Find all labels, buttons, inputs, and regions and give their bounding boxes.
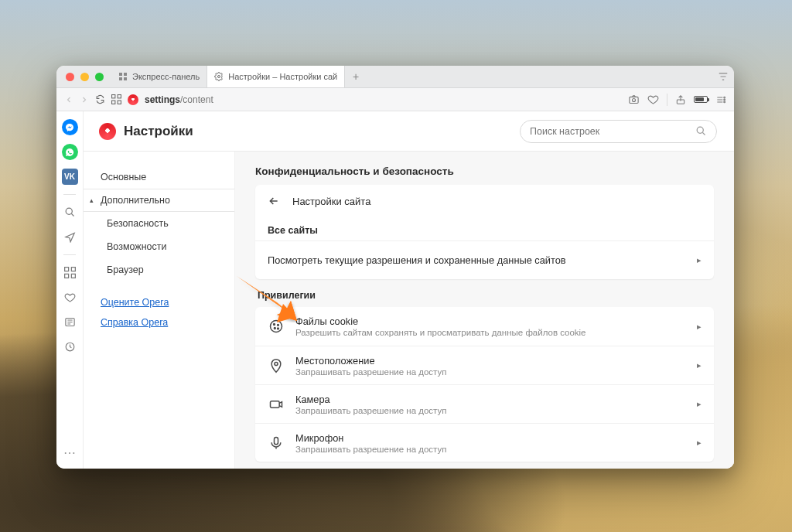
close-window-button[interactable] (66, 73, 74, 81)
settings-nav: Основные Дополнительно Безопасность Возм… (84, 152, 235, 469)
minimize-window-button[interactable] (80, 73, 89, 81)
nav-rate-opera[interactable]: Оцените Opera (84, 292, 234, 312)
svg-point-22 (697, 127, 703, 133)
tab-speed-dial[interactable]: Экспресс-панель (111, 66, 207, 87)
svg-rect-6 (118, 95, 121, 98)
svg-rect-9 (630, 97, 638, 103)
url-field[interactable]: settings/content (145, 94, 622, 105)
tab-settings[interactable]: Настройки – Настройки сай (207, 66, 345, 87)
rail-separator (63, 254, 76, 255)
row-camera-sub: Запрашивать разрешение на доступ (295, 406, 686, 415)
gear-icon (214, 72, 224, 81)
row-mic-sub: Запрашивать разрешение на доступ (295, 445, 686, 454)
share-icon[interactable] (675, 94, 686, 105)
settings-search[interactable] (520, 120, 717, 143)
callout-arrow-icon (232, 268, 299, 322)
privileges-label: Привилегии (258, 290, 714, 301)
svg-point-15 (66, 208, 72, 214)
new-tab-button[interactable]: + (345, 70, 367, 83)
whatsapp-icon[interactable] (62, 144, 78, 160)
bookmarks-rail-icon[interactable] (62, 289, 78, 305)
vk-icon[interactable]: VK (62, 169, 78, 185)
svg-rect-0 (119, 73, 122, 76)
svg-rect-17 (71, 268, 75, 271)
maximize-window-button[interactable] (95, 73, 104, 81)
site-settings-header[interactable]: Настройки сайта (255, 185, 714, 217)
tab-label: Экспресс-панель (132, 72, 200, 81)
rail-more-icon[interactable]: ⋯ (62, 445, 78, 461)
nav-help-opera[interactable]: Справка Opera (84, 312, 234, 332)
row-microphone[interactable]: Микрофон Запрашивать разрешение на досту… (255, 423, 714, 462)
privileges-card: Файлы cookie Разрешить сайтам сохранять … (255, 307, 714, 462)
search-rail-icon[interactable] (62, 204, 78, 220)
nav-basics[interactable]: Основные (84, 165, 234, 189)
svg-point-4 (218, 76, 220, 78)
back-button[interactable] (64, 95, 73, 104)
svg-rect-8 (118, 101, 121, 104)
site-settings-label: Настройки сайта (292, 196, 370, 207)
speed-dial-button[interactable] (111, 94, 121, 104)
svg-point-25 (278, 324, 279, 326)
workspaces-rail-icon[interactable] (62, 264, 78, 281)
address-actions (628, 94, 726, 106)
forward-button[interactable] (80, 95, 89, 104)
opera-logo (99, 123, 116, 140)
history-rail-icon[interactable] (62, 339, 78, 355)
svg-point-10 (633, 98, 636, 101)
flow-rail-icon[interactable] (62, 229, 78, 245)
nav-browser[interactable]: Браузер (84, 258, 234, 281)
bookmark-icon[interactable] (647, 94, 659, 105)
chevron-right-icon: ▸ (697, 438, 702, 448)
battery-icon[interactable] (694, 96, 708, 103)
site-settings-card: Настройки сайта Все сайты Посмотреть тек… (255, 185, 714, 279)
page-title: Настройки (124, 124, 193, 139)
news-rail-icon[interactable] (62, 314, 78, 330)
row-location-title: Местоположение (295, 355, 686, 367)
svg-rect-2 (119, 77, 122, 80)
row-cookies-sub: Разрешить сайтам сохранять и просматрива… (295, 328, 686, 337)
chevron-right-icon: ▸ (697, 360, 702, 370)
row-camera[interactable]: Камера Запрашивать разрешение на доступ … (255, 384, 714, 423)
separator (667, 94, 667, 106)
url-path: /content (180, 94, 213, 105)
grid-icon (118, 72, 128, 81)
svg-rect-18 (64, 274, 68, 278)
chevron-right-icon: ▸ (697, 255, 702, 265)
page-body: VK ⋯ (56, 111, 734, 469)
svg-point-27 (278, 328, 279, 329)
easy-setup-icon[interactable] (715, 94, 726, 105)
svg-rect-3 (124, 77, 127, 80)
nav-advanced[interactable]: Дополнительно (84, 189, 234, 212)
messenger-icon[interactable] (62, 119, 78, 135)
row-location[interactable]: Местоположение Запрашивать разрешение на… (255, 346, 714, 384)
browser-window: Экспресс-панель Настройки – Настройки са… (56, 66, 734, 469)
svg-rect-29 (271, 401, 280, 407)
back-arrow-icon[interactable] (268, 195, 280, 207)
tab-label: Настройки – Настройки сай (228, 72, 337, 81)
row-view-permissions-title: Посмотреть текущие разрешения и сохранен… (268, 254, 686, 266)
nav-security[interactable]: Безопасность (84, 212, 234, 235)
chevron-right-icon: ▸ (697, 322, 702, 332)
svg-point-13 (724, 99, 725, 101)
svg-point-24 (274, 324, 275, 326)
snapshot-icon[interactable] (628, 94, 640, 105)
row-cookies[interactable]: Файлы cookie Разрешить сайтам сохранять … (255, 307, 714, 346)
search-icon (695, 125, 707, 137)
svg-rect-16 (64, 268, 68, 271)
svg-point-28 (275, 362, 278, 365)
svg-rect-7 (112, 101, 115, 104)
chevron-right-icon: ▸ (697, 399, 702, 409)
rail-separator (63, 194, 76, 195)
svg-rect-5 (112, 95, 115, 98)
url-origin: settings (145, 94, 180, 105)
reload-button[interactable] (95, 94, 105, 104)
microphone-icon (268, 435, 285, 452)
search-input[interactable] (530, 126, 689, 137)
tabs-menu-button[interactable] (712, 71, 734, 82)
row-view-permissions[interactable]: Посмотреть текущие разрешения и сохранен… (255, 240, 714, 279)
svg-rect-1 (124, 73, 127, 76)
svg-point-12 (724, 97, 725, 98)
section-privacy-title: Конфиденциальность и безопасность (255, 165, 714, 177)
nav-features[interactable]: Возможности (84, 235, 234, 258)
location-icon (268, 357, 285, 374)
